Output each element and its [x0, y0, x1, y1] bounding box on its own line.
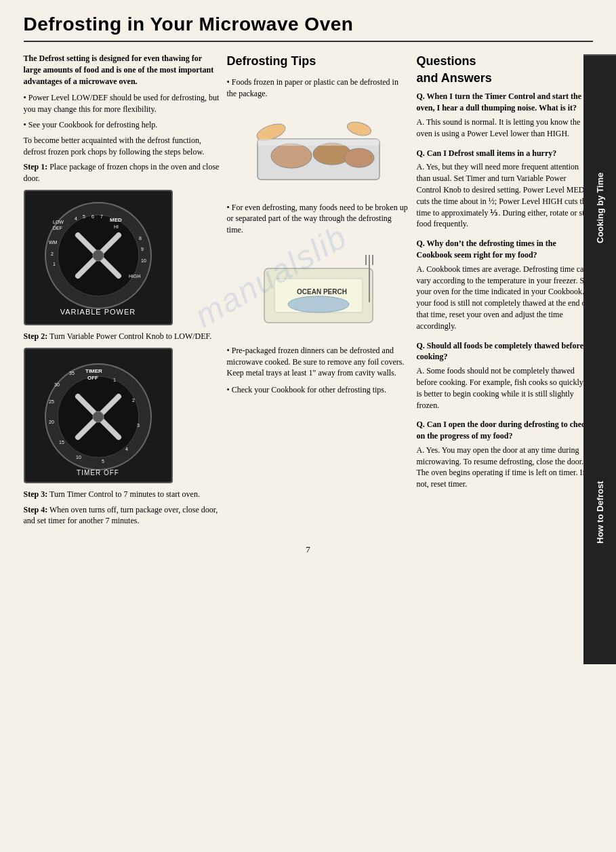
svg-text:4: 4: [125, 447, 128, 451]
qa-4: Q. Should all foods be completely thawed…: [417, 340, 593, 411]
svg-text:OFF: OFF: [87, 375, 98, 381]
svg-point-39: [93, 411, 104, 422]
side-tab-cooking-by-time: Cooking by Time: [583, 54, 616, 360]
svg-text:20: 20: [49, 420, 54, 424]
svg-text:TIMER: TIMER: [85, 368, 102, 374]
svg-text:10: 10: [141, 258, 146, 263]
side-tabs: Cooking by Time How to Defrost: [583, 54, 616, 664]
fish-package-illustration: OCEAN PERCH: [244, 241, 393, 336]
svg-text:3: 3: [137, 423, 140, 428]
tip-2: • For even defrosting, many foods need t…: [227, 202, 410, 236]
svg-text:10: 10: [76, 455, 81, 460]
svg-point-45: [346, 119, 372, 138]
step3: Step 3: Turn Timer Control to 7 minutes …: [24, 489, 220, 500]
svg-point-43: [344, 148, 374, 167]
svg-text:2: 2: [51, 251, 54, 256]
svg-text:5: 5: [102, 459, 104, 464]
qa-2: Q. Can I Defrost small items in a hurry?…: [417, 148, 593, 230]
svg-text:8: 8: [139, 236, 142, 241]
svg-text:9: 9: [141, 247, 144, 251]
bullet-cookbook: • See your Cookbook for defrosting help.: [24, 119, 220, 131]
svg-text:DEF: DEF: [53, 226, 62, 230]
svg-text:5: 5: [83, 214, 85, 219]
svg-text:6: 6: [91, 214, 94, 219]
svg-text:1: 1: [113, 378, 116, 382]
svg-text:2: 2: [132, 398, 135, 403]
svg-text:LOW: LOW: [53, 220, 64, 224]
bullet-lowdef: • Power Level LOW/DEF should be used for…: [24, 92, 220, 115]
qa-5: Q. Can I open the door during defrosting…: [417, 419, 593, 490]
timer-dial: TIMER OFF 1 2 3 4 5 10 15 20 25 30 35: [24, 348, 173, 483]
svg-text:4: 4: [75, 216, 77, 221]
svg-text:15: 15: [59, 440, 64, 445]
page-number: 7: [24, 544, 593, 555]
svg-text:MED: MED: [110, 217, 122, 223]
svg-point-41: [271, 144, 312, 168]
tip-4: • Check your Cookbook for other defrosti…: [227, 384, 410, 396]
svg-text:HIGH: HIGH: [129, 274, 141, 279]
step4: Step 4: When oven turns off, turn packag…: [24, 504, 220, 527]
food-tray-illustration: [244, 105, 393, 193]
svg-text:1: 1: [53, 262, 56, 266]
dial1-label: VARIABLE POWER: [60, 307, 136, 317]
qa-title: Questions and Answers: [417, 53, 593, 87]
step2: Step 2: Turn Variable Power Control Knob…: [24, 331, 220, 342]
column-3: Questions and Answers Q. When I turn the…: [417, 53, 593, 498]
dial2-label: TIMER OFF: [77, 468, 119, 478]
svg-rect-46: [258, 139, 379, 146]
svg-text:HI: HI: [114, 224, 119, 229]
svg-text:25: 25: [49, 399, 54, 404]
defrosting-tips-title: Defrosting Tips: [227, 53, 410, 70]
svg-text:30: 30: [54, 382, 60, 387]
step1: Step 1: Place package of frozen chops in…: [24, 161, 220, 184]
svg-text:OCEAN PERCH: OCEAN PERCH: [297, 288, 347, 296]
tip-1: • Foods frozen in paper or plastic can b…: [227, 77, 410, 100]
column-2: Defrosting Tips • Foods frozen in paper …: [227, 53, 410, 401]
variable-power-dial: LOW DEF 4 5 6 7 MED HI 8 9 10 HIGH W: [24, 190, 173, 325]
qa-1: Q. When I turn the Timer Control and sta…: [417, 91, 593, 139]
svg-point-20: [93, 250, 104, 261]
intro-bold: The Defrost setting is designed for even…: [24, 53, 220, 87]
svg-text:35: 35: [69, 371, 75, 376]
svg-text:WM: WM: [49, 240, 58, 245]
svg-point-50: [288, 296, 349, 312]
page-title: Defrosting in Your Microwave Oven: [24, 14, 593, 42]
tip-3: • Pre-packaged frozen dinners can be def…: [227, 345, 410, 379]
svg-text:7: 7: [100, 214, 103, 219]
side-tab-how-to-defrost: How to Defrost: [583, 360, 616, 664]
intro-para: To become better acquainted with the def…: [24, 135, 220, 158]
column-1: The Defrost setting is designed for even…: [24, 53, 220, 531]
qa-3: Q. Why don’t the defrosting times in the…: [417, 238, 593, 331]
